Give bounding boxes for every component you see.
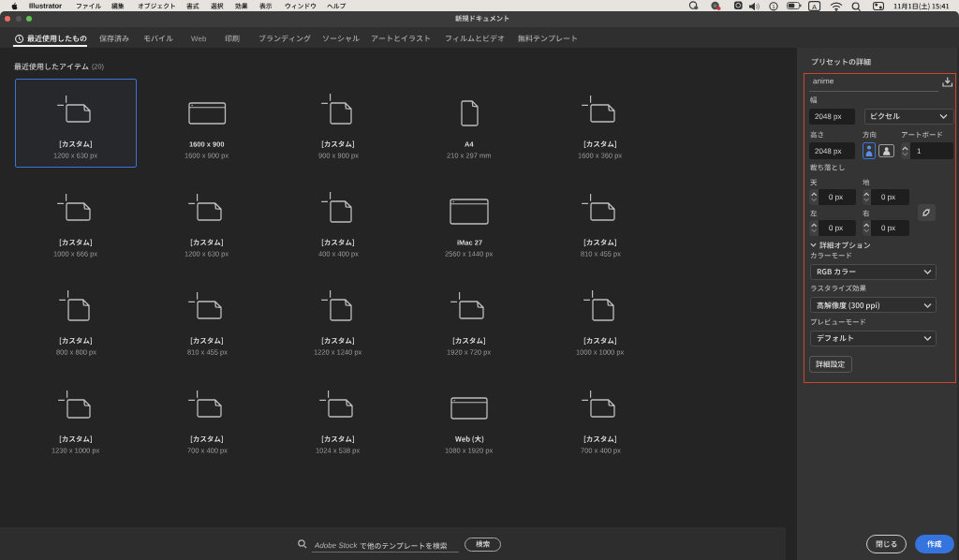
svg-text:A: A — [812, 3, 817, 11]
svg-text:1: 1 — [772, 3, 775, 8]
